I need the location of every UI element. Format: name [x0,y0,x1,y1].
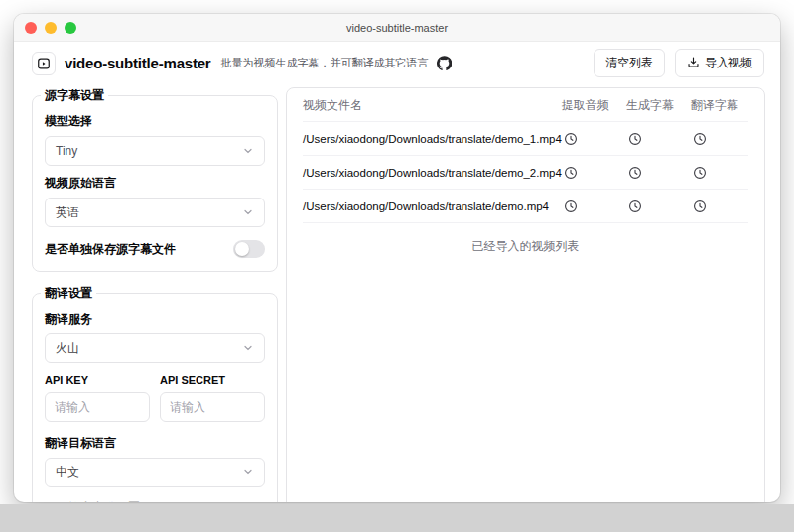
app-header: video-subtitle-master 批量为视频生成字幕，并可翻译成其它语… [14,42,780,83]
api-secret-label: API SECRET [160,374,265,386]
translate-subtitle-status-pending-clock-icon [691,132,748,146]
generate-subtitle-status-pending-clock-icon [626,132,691,146]
video-list-panel: 视频文件名 提取音频 生成字幕 翻译字幕 /Users/xiaodong/Dow… [286,87,765,502]
translate-subtitle-status-pending-clock-icon [691,166,748,180]
window-title: video-subtitle-master [14,22,780,34]
save-source-subtitle-toggle[interactable] [233,240,265,258]
video-language-label: 视频原始语言 [45,175,265,192]
column-header-generate-subtitle: 生成字幕 [626,97,691,114]
extract-audio-status-pending-clock-icon [562,166,626,180]
translation-service-select[interactable]: 火山 [45,333,265,363]
target-language-value: 中文 [56,465,79,481]
import-tray-icon [687,56,700,71]
output-setting-label: 翻译输出字幕设置 [45,500,265,502]
model-select-label: 模型选择 [45,113,265,130]
extract-audio-status-pending-clock-icon [562,132,626,146]
api-secret-input[interactable] [160,392,265,422]
settings-sidebar: 源字幕设置 模型选择 Tiny 视频原始语言 英语 是否单独保存源字幕文件 翻译… [32,87,278,502]
save-source-subtitle-label: 是否单独保存源字幕文件 [45,241,176,258]
api-key-input[interactable] [45,392,150,422]
app-window: video-subtitle-master video-subtitle-mas… [14,14,780,502]
generate-subtitle-status-pending-clock-icon [626,200,691,213]
source-subtitle-settings-group: 源字幕设置 模型选择 Tiny 视频原始语言 英语 是否单独保存源字幕文件 [32,87,278,272]
model-select-value: Tiny [56,144,77,158]
import-video-button[interactable]: 导入视频 [675,49,764,77]
table-caption: 已经导入的视频列表 [303,238,748,255]
clear-list-label: 清空列表 [605,55,653,71]
table-body: /Users/xiaodong/Downloads/translate/demo… [303,122,748,223]
source-settings-legend: 源字幕设置 [41,87,108,104]
translation-settings-legend: 翻译设置 [41,285,96,302]
column-header-translate-subtitle: 翻译字幕 [691,97,748,114]
column-header-filename: 视频文件名 [303,97,562,114]
desktop-background [0,504,794,532]
translate-subtitle-status-pending-clock-icon [691,200,748,213]
chevron-down-icon [242,466,254,478]
model-select[interactable]: Tiny [45,136,265,166]
translation-service-label: 翻译服务 [45,311,265,328]
chevron-down-icon [242,342,254,354]
video-file-path: /Users/xiaodong/Downloads/translate/demo… [303,133,562,145]
clear-list-button[interactable]: 清空列表 [594,49,665,77]
table-row: /Users/xiaodong/Downloads/translate/demo… [303,156,748,190]
target-language-select[interactable]: 中文 [45,458,265,487]
table-header-row: 视频文件名 提取音频 生成字幕 翻译字幕 [303,90,748,122]
table-row: /Users/xiaodong/Downloads/translate/demo… [303,122,748,156]
app-name: video-subtitle-master [65,55,211,71]
column-header-extract-audio: 提取音频 [562,97,626,114]
app-tagline: 批量为视频生成字幕，并可翻译成其它语言 [221,56,429,70]
translation-service-value: 火山 [56,340,79,357]
extract-audio-status-pending-clock-icon [562,200,626,213]
titlebar: video-subtitle-master [14,14,780,42]
app-logo-icon [32,52,56,75]
video-file-path: /Users/xiaodong/Downloads/translate/demo… [303,200,562,212]
video-language-value: 英语 [56,204,79,221]
chevron-down-icon [242,206,254,218]
api-key-label: API KEY [45,374,150,386]
generate-subtitle-status-pending-clock-icon [626,166,691,180]
target-language-label: 翻译目标语言 [45,435,265,452]
github-icon[interactable] [437,56,452,70]
translation-settings-group: 翻译设置 翻译服务 火山 API KEY API SECRET 翻 [32,285,278,502]
table-row: /Users/xiaodong/Downloads/translate/demo… [303,190,748,223]
import-video-label: 导入视频 [705,55,752,71]
video-language-select[interactable]: 英语 [45,198,265,227]
chevron-down-icon [242,145,254,157]
video-file-path: /Users/xiaodong/Downloads/translate/demo… [303,167,562,179]
